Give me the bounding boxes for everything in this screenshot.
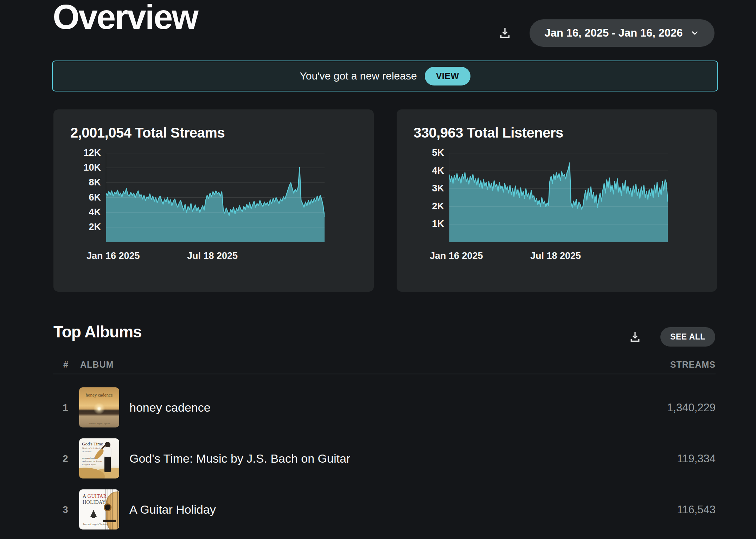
album-row-honey-cadence[interactable]: 1 honey cadence Aaron Larget-Caplan hone… (53, 382, 716, 433)
art-artist: Aaron Larget-Caplan (79, 422, 119, 425)
guitarist-figure (102, 442, 114, 472)
streams-chart: 12K10K8K6K4K2KJan 16 2025Jul 18 2025 (53, 109, 374, 292)
album-row-a-guitar-holiday[interactable]: 3 A GUITARHOLIDAY Aaron Larget-Caplan A … (53, 484, 716, 535)
y-axis-tick-label: 2K (59, 222, 101, 233)
column-header-album: ALBUM (80, 360, 114, 370)
download-icon (498, 26, 512, 40)
area-chart-plot (106, 153, 325, 242)
album-title: honey cadence (129, 382, 211, 433)
y-axis-tick-label: 1K (402, 218, 444, 229)
download-albums-button[interactable] (625, 327, 645, 347)
rank-number: 3 (63, 484, 68, 535)
new-release-banner: You've got a new release VIEW (52, 61, 718, 91)
x-axis-label-start: Jan 16 2025 (430, 251, 483, 261)
album-title: God's Time: Music by J.S. Bach on Guitar (129, 433, 350, 484)
table-divider (53, 374, 716, 374)
art-credit: arranged and performed by Aaron Larget-C… (82, 457, 102, 466)
album-streams: 1,340,229 (667, 382, 716, 433)
tree-icon (90, 510, 97, 517)
listeners-chart: 5K4K3K2K1KJan 16 2025Jul 18 2025 (397, 109, 717, 292)
column-header-streams: STREAMS (364, 360, 716, 370)
x-axis-label-mid: Jul 18 2025 (530, 251, 581, 261)
album-art-a-guitar-holiday: A GUITARHOLIDAY Aaron Larget-Caplan (79, 489, 119, 530)
y-axis-tick-label: 5K (402, 147, 444, 158)
banner-message: You've got a new release (300, 70, 417, 82)
download-icon (628, 330, 642, 344)
date-range-selector[interactable]: Jan 16, 2025 - Jan 16, 2026 (530, 19, 715, 47)
album-art-honey-cadence: honey cadence Aaron Larget-Caplan (79, 387, 119, 427)
album-streams: 119,334 (677, 433, 716, 484)
art-title: honey cadence (79, 392, 119, 398)
y-axis-tick-label: 6K (59, 192, 101, 203)
album-streams: 116,543 (677, 484, 716, 535)
album-row-gods-time[interactable]: 2 God's Time Music of J.S. Bach on Guita… (53, 433, 716, 484)
download-button[interactable] (495, 23, 515, 43)
rank-number: 1 (63, 382, 68, 433)
date-range-label: Jan 16, 2025 - Jan 16, 2026 (545, 27, 683, 39)
chevron-down-icon (690, 28, 699, 38)
total-listeners-card: 330,963 Total Listeners 5K4K3K2K1KJan 16… (397, 109, 717, 292)
x-axis-label-mid: Jul 18 2025 (187, 251, 238, 261)
art-artist: Aaron Larget-Caplan (83, 523, 107, 526)
y-axis-tick-label: 2K (402, 201, 444, 212)
y-axis-tick-label: 8K (59, 177, 101, 188)
art-title: God's Time (82, 441, 103, 447)
page-title: Overview (53, 0, 198, 37)
rank-number: 2 (63, 433, 68, 484)
top-albums-heading: Top Albums (53, 322, 142, 341)
album-art-gods-time: God's Time Music of J.S. Bach on Guitar … (79, 438, 119, 478)
y-axis-tick-label: 12K (59, 147, 101, 158)
y-axis-tick-label: 10K (59, 162, 101, 173)
x-axis-label-start: Jan 16 2025 (87, 251, 140, 261)
column-header-rank: # (63, 360, 69, 370)
total-streams-card: 2,001,054 Total Streams 12K10K8K6K4K2KJa… (53, 109, 374, 292)
art-title: A GUITARHOLIDAY (83, 494, 107, 506)
view-release-button[interactable]: VIEW (425, 67, 470, 85)
y-axis-tick-label: 4K (402, 165, 444, 176)
y-axis-tick-label: 4K (59, 207, 101, 218)
area-chart-plot (449, 153, 668, 242)
see-all-button[interactable]: SEE ALL (660, 327, 715, 347)
y-axis-tick-label: 3K (402, 183, 444, 194)
album-title: A Guitar Holiday (129, 484, 216, 535)
overview-page: { "page": { "title": "Overview" }, "head… (0, 0, 756, 539)
